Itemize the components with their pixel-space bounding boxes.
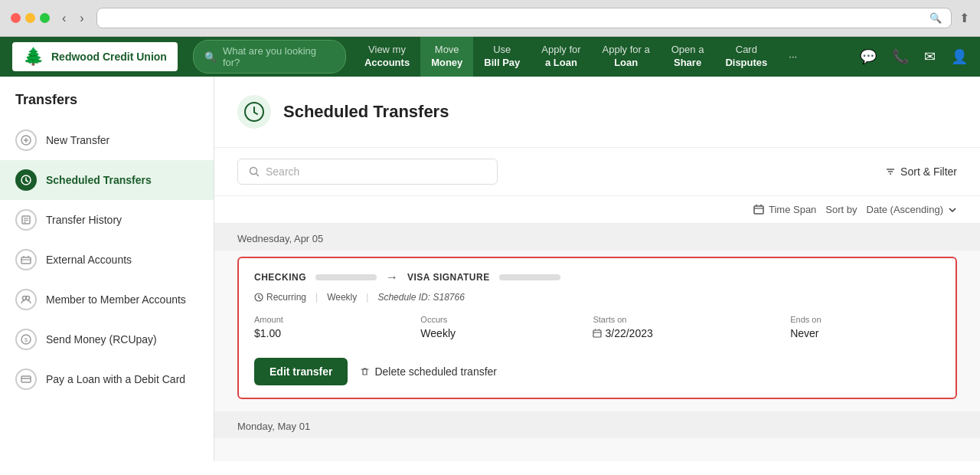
sidebar-item-member-label: Member to Member Accounts [46, 293, 186, 306]
main-layout: Transfers New Transfer Scheduled Transfe… [0, 77, 980, 461]
content-area: Scheduled Transfers Search Sort & Filter… [214, 77, 980, 461]
nav-loan[interactable]: Apply for a Loan [531, 37, 591, 77]
logo-icon: 🌲 [23, 47, 44, 67]
external-icon [15, 249, 37, 270]
logo[interactable]: 🌲 Redwood Credit Union [12, 42, 178, 71]
page-icon [237, 95, 271, 129]
debit-icon [15, 369, 37, 390]
svg-line-34 [259, 298, 260, 299]
sidebar-item-member[interactable]: Member to Member Accounts [0, 280, 214, 319]
nav-loan2[interactable]: Apply for a Loan [592, 37, 661, 77]
nav-links: View my Accounts Move Money Use Bill Pay… [354, 37, 808, 77]
sidebar-item-new-transfer[interactable]: New Transfer [0, 120, 214, 160]
top-nav: 🌲 Redwood Credit Union 🔍 What are you lo… [0, 37, 980, 77]
svg-line-22 [254, 113, 257, 115]
nav-accounts-top: View my [368, 44, 406, 57]
mail-icon[interactable]: ✉ [924, 48, 936, 65]
svg-text:$: $ [24, 336, 28, 343]
sidebar-item-history-label: Transfer History [46, 214, 122, 226]
sidebar-item-new-transfer-label: New Transfer [46, 134, 109, 146]
sort-by-label: Sort by [825, 204, 857, 215]
date-label-1: Wednesday, Apr 05 [237, 233, 323, 244]
sidebar-item-external[interactable]: External Accounts [0, 240, 214, 280]
close-dot[interactable] [11, 13, 21, 23]
delete-transfer-button[interactable]: Delete scheduled transfer [360, 365, 497, 378]
global-search[interactable]: 🔍 What are you looking for? [193, 40, 346, 74]
transfer-card-inner-1: CHECKING → VISA SIGNATURE Recurring [239, 258, 956, 398]
minimize-dot[interactable] [25, 13, 35, 23]
search-icon: 🔍 [929, 12, 942, 24]
svg-line-24 [256, 174, 259, 176]
from-account-label: CHECKING [254, 272, 306, 283]
recurring-label: Recurring [266, 292, 306, 303]
sort-filter-button[interactable]: Sort & Filter [885, 165, 957, 178]
sidebar-item-external-label: External Accounts [46, 254, 132, 266]
sidebar-item-rcupay[interactable]: $ Send Money (RCUpay) [0, 319, 214, 359]
window-controls [11, 13, 50, 23]
sidebar: Transfers New Transfer Scheduled Transfe… [0, 77, 214, 461]
to-account-bar [499, 274, 560, 280]
sort-select[interactable]: Date (Ascending) [867, 204, 957, 215]
nav-disputes-bottom: Disputes [725, 57, 767, 70]
nav-loan2-bottom: Loan [614, 57, 638, 70]
detail-ends: Ends on Never [790, 315, 940, 339]
sort-row: Time Span Sort by Date (Ascending) [214, 196, 980, 224]
detail-starts: Starts on 3/22/2023 [593, 315, 772, 339]
toolbar: Search Sort & Filter [214, 148, 980, 196]
maximize-dot[interactable] [40, 13, 50, 23]
svg-line-5 [26, 181, 28, 182]
user-icon[interactable]: 👤 [951, 48, 968, 65]
browser-right-icons: ⬆ [959, 11, 969, 25]
history-icon [15, 209, 37, 231]
delete-label: Delete scheduled transfer [374, 365, 497, 378]
sidebar-item-scheduled[interactable]: Scheduled Transfers [0, 160, 214, 200]
forward-button[interactable]: › [75, 10, 88, 27]
nav-billpay-top: Use [493, 44, 511, 57]
svg-rect-28 [754, 206, 763, 214]
starts-label: Starts on [593, 315, 772, 324]
share-icon: ⬆ [959, 11, 969, 25]
transfer-list: Wednesday, Apr 05 CHECKING → VISA SIGNAT… [214, 224, 980, 461]
address-bar[interactable]: 🔍 [96, 8, 952, 28]
date-header-2: Monday, May 01 [214, 411, 980, 438]
transfer-card-1: CHECKING → VISA SIGNATURE Recurring [237, 257, 957, 399]
timespan-label: Time Span [769, 204, 816, 215]
nav-share[interactable]: Open a Share [661, 37, 715, 77]
svg-rect-18 [21, 376, 31, 382]
nav-accounts[interactable]: View my Accounts [354, 37, 420, 77]
edit-transfer-button[interactable]: Edit transfer [254, 358, 348, 385]
date-label-2: Monday, May 01 [237, 421, 310, 432]
new-transfer-icon [15, 129, 37, 151]
sidebar-title: Transfers [0, 92, 214, 120]
detail-amount: Amount $1.00 [254, 315, 402, 339]
app: 🌲 Redwood Credit Union 🔍 What are you lo… [0, 37, 980, 475]
transfer-details: Amount $1.00 Occurs Weekly Starts on [254, 315, 940, 339]
search-field[interactable]: Search [237, 159, 498, 185]
frequency-label: Weekly [327, 292, 357, 303]
chat-icon[interactable]: 💬 [860, 48, 877, 65]
transfer-actions: Edit transfer Delete scheduled transfer [254, 355, 940, 385]
sidebar-item-history[interactable]: Transfer History [0, 200, 214, 240]
nav-disputes[interactable]: Card Disputes [714, 37, 778, 77]
search-placeholder: Search [266, 165, 299, 178]
timespan-button[interactable]: Time Span [753, 204, 816, 215]
starts-value: 3/22/2023 [593, 327, 772, 339]
nav-money[interactable]: Move Money [420, 37, 473, 77]
nav-loan2-top: Apply for a [603, 44, 650, 57]
search-placeholder: What are you looking for? [223, 45, 335, 68]
to-account-label: VISA SIGNATURE [407, 272, 490, 283]
phone-icon[interactable]: 📞 [892, 48, 909, 65]
from-account-bar [315, 274, 377, 280]
member-icon [15, 289, 37, 310]
nav-loan-bottom: a Loan [545, 57, 577, 70]
back-button[interactable]: ‹ [57, 10, 70, 27]
amount-value: $1.00 [254, 327, 402, 339]
svg-rect-10 [21, 257, 31, 264]
detail-occurs: Occurs Weekly [420, 315, 574, 339]
sidebar-item-debit[interactable]: Pay a Loan with a Debit Card [0, 359, 214, 399]
svg-point-15 [26, 296, 30, 300]
nav-billpay[interactable]: Use Bill Pay [473, 37, 531, 77]
sort-value: Date (Ascending) [867, 204, 943, 215]
nav-more[interactable]: ··· [778, 37, 808, 77]
date-header-1: Wednesday, Apr 05 [214, 224, 980, 251]
